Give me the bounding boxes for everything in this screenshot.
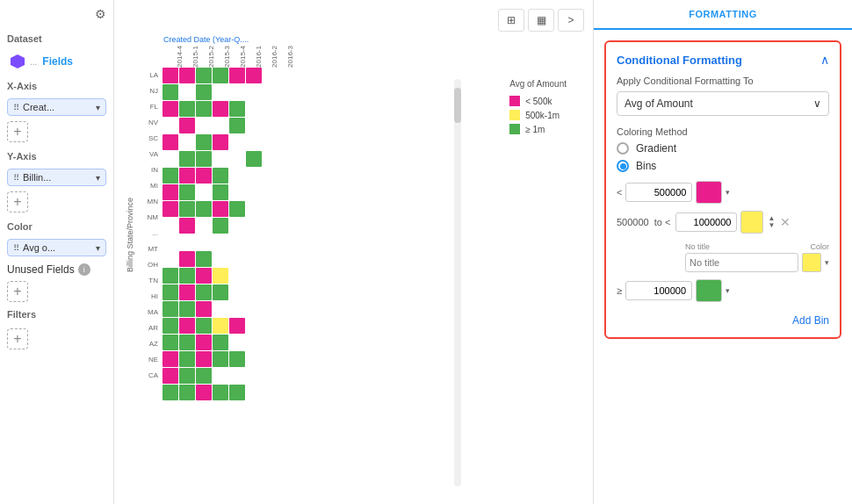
yaxis-add-button[interactable]: + <box>7 191 28 212</box>
yaxis-chevron-icon: ▾ <box>96 173 100 183</box>
chart-area: ⊞ ▦ > Created Date (Year-Q.... 2014-4 20… <box>114 0 593 504</box>
x-axis-title: Created Date (Year-Q.... <box>163 35 584 44</box>
bin2-delete-button[interactable]: ✕ <box>780 215 791 229</box>
chart-scrollbar[interactable] <box>454 79 461 486</box>
y-label: NJ <box>137 83 162 99</box>
heatmap-grid <box>162 68 295 401</box>
legend-label-header: No title <box>685 242 757 251</box>
yaxis-label: Y-Axis <box>7 151 106 162</box>
bin2-left: 500000 <box>617 217 649 227</box>
bin1-value[interactable] <box>625 183 692 202</box>
xaxis-label: X-Axis <box>7 81 106 91</box>
dataset-label: Dataset <box>7 33 106 44</box>
y-label: IN <box>137 162 162 178</box>
y-label: MN <box>137 194 162 210</box>
panel-tabs: FORMATTING <box>594 0 852 30</box>
color-header: Color <box>810 242 829 251</box>
x-label-3: 2015-2 <box>207 46 223 68</box>
y-label: ... <box>137 226 162 241</box>
code-view-button[interactable]: > <box>558 9 584 32</box>
cf-title: Conditional Formatting <box>617 54 742 67</box>
settings-icon[interactable]: ⚙ <box>7 7 106 21</box>
x-label-7: 2016-2 <box>271 46 286 68</box>
dataset-icon <box>11 54 25 68</box>
x-label-8: 2016-3 <box>286 46 302 68</box>
bin1-color-chevron-icon[interactable]: ▾ <box>726 188 730 197</box>
conditional-formatting-box: Conditional Formatting ∧ Apply Condition… <box>604 40 841 339</box>
filters-label: Filters <box>7 309 106 320</box>
bin2-down-button[interactable]: ▼ <box>768 222 775 229</box>
radio-bins-circle <box>617 160 629 172</box>
color-field[interactable]: ⠿ Avg o... ▾ <box>7 239 106 256</box>
y-label: NM <box>137 210 162 226</box>
y-label: LA <box>137 68 162 83</box>
yaxis-field-name: Billin... <box>23 172 92 183</box>
grid-view-button[interactable]: ⊞ <box>498 9 524 32</box>
y-axis-title: Billing State/Province <box>123 68 137 401</box>
y-label: FL <box>137 99 162 115</box>
apply-cf-value: Avg of Amount <box>625 97 693 110</box>
unused-fields-row: Unused Fields i <box>7 263 106 276</box>
chart-legend: Avg of Amount < 500k 500k-1m ≥ 1m <box>509 79 567 134</box>
legend-item-1: < 500k <box>509 96 567 106</box>
legend-color-3 <box>509 124 520 134</box>
dataset-dots: ... <box>30 57 37 67</box>
y-label: AR <box>137 320 162 336</box>
unused-fields-info-icon[interactable]: i <box>78 263 90 276</box>
radio-gradient[interactable]: Gradient <box>617 142 829 155</box>
y-label: NV <box>137 115 162 131</box>
table-view-button[interactable]: ▦ <box>528 9 554 32</box>
add-bin-button[interactable]: Add Bin <box>792 314 829 327</box>
y-label: TN <box>137 273 162 289</box>
xaxis-chevron-icon: ▾ <box>96 103 100 112</box>
bin-row-3: ≥ ▾ <box>617 279 829 302</box>
bin2-legend-chevron-icon[interactable]: ▾ <box>825 258 829 267</box>
right-panel: FORMATTING Conditional Formatting ∧ Appl… <box>593 0 852 504</box>
y-label: NE <box>137 352 162 368</box>
tab-formatting[interactable]: FORMATTING <box>594 0 852 30</box>
bin2-value[interactable] <box>675 212 737 232</box>
legend-color-2 <box>509 110 520 120</box>
yaxis-field[interactable]: ⠿ Billin... ▾ <box>7 169 106 186</box>
filters-add-button[interactable]: + <box>7 328 28 349</box>
coloring-method-section: Coloring Method Gradient Bins <box>617 126 829 172</box>
bin3-color-button[interactable] <box>696 279 722 302</box>
bin2-legend-row: No title Color ▾ <box>617 242 829 272</box>
bin3-color-chevron-icon[interactable]: ▾ <box>726 286 730 295</box>
bin2-legend-input[interactable] <box>685 253 798 272</box>
color-chevron-icon: ▾ <box>96 243 100 253</box>
apply-cf-dropdown[interactable]: Avg of Amount ∨ <box>617 91 829 116</box>
legend-label-2: 500k-1m <box>525 111 560 120</box>
bin1-color-button[interactable] <box>696 181 722 204</box>
bin2-legend-color[interactable] <box>802 253 821 272</box>
unused-fields-label: Unused Fields <box>7 263 75 276</box>
color-field-name: Avg o... <box>23 242 92 253</box>
xaxis-field[interactable]: ⠿ Creat... ▾ <box>7 98 106 116</box>
x-label-1: 2014-4 <box>176 46 191 68</box>
color-label: Color <box>7 221 106 232</box>
xaxis-field-name: Creat... <box>23 102 92 112</box>
legend-item-3: ≥ 1m <box>509 124 567 134</box>
coloring-method-label: Coloring Method <box>617 126 829 137</box>
drag-icon-c: ⠿ <box>13 243 19 253</box>
cf-collapse-button[interactable]: ∧ <box>820 53 829 67</box>
bin-row-2: 500000 to < ▲ ▼ ✕ <box>617 211 829 234</box>
unused-fields-add-button[interactable]: + <box>7 281 28 302</box>
chart-scrollbar-thumb[interactable] <box>454 88 461 123</box>
y-label: AZ <box>137 336 162 352</box>
legend-color-1 <box>509 96 520 106</box>
bin3-value[interactable] <box>625 281 692 300</box>
legend-label-3: ≥ 1m <box>525 125 545 134</box>
legend-item-2: 500k-1m <box>509 110 567 120</box>
apply-cf-chevron-icon: ∨ <box>813 97 821 110</box>
bin1-operator: < <box>617 187 622 198</box>
y-label: MI <box>137 178 162 194</box>
legend-title: Avg of Amount <box>509 79 567 89</box>
radio-bins[interactable]: Bins <box>617 160 829 172</box>
drag-icon-y: ⠿ <box>13 173 19 183</box>
xaxis-add-button[interactable]: + <box>7 121 28 142</box>
bin2-color-button[interactable] <box>740 211 763 234</box>
x-axis-labels: 2014-4 2015-1 2015-2 2015-3 2015-4 2016-… <box>149 46 584 68</box>
dataset-name[interactable]: Fields <box>42 55 73 68</box>
bin-row-1: < ▾ <box>617 181 829 204</box>
